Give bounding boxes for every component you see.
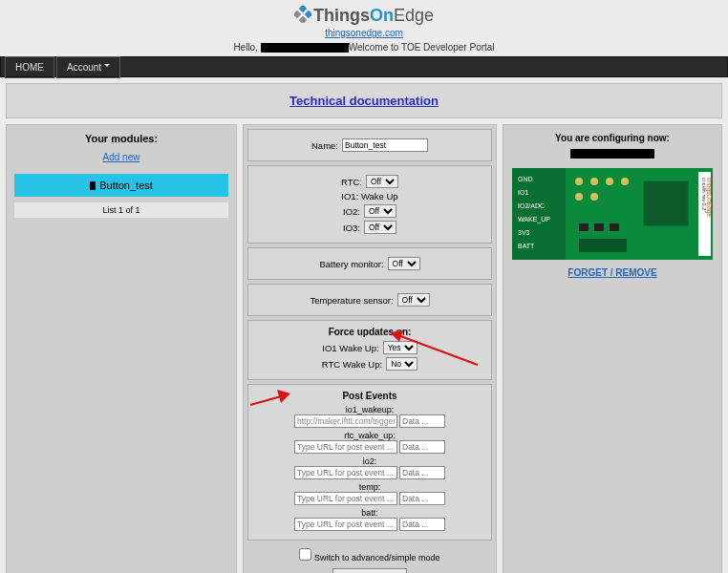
rtc-select[interactable]: Off bbox=[366, 175, 398, 188]
event-name: io2: bbox=[254, 456, 485, 466]
config-panel: Name: RTC:Off IO1: Wake Up IO2:Off IO3:O… bbox=[243, 124, 497, 573]
event-url-input[interactable] bbox=[294, 466, 397, 479]
rtc-wakeup-select[interactable]: No bbox=[386, 357, 418, 371]
svg-rect-17 bbox=[579, 239, 627, 252]
module-item-selected[interactable]: Button_test bbox=[14, 174, 228, 197]
svg-rect-16 bbox=[610, 223, 619, 231]
svg-rect-3 bbox=[299, 16, 307, 23]
save-button[interactable]: >>> SAVE >>> bbox=[332, 568, 407, 573]
batt-select[interactable]: Off bbox=[388, 257, 420, 270]
io3-label: IO3: bbox=[343, 223, 360, 233]
event-url-input[interactable] bbox=[294, 492, 397, 505]
temp-select[interactable]: Off bbox=[397, 293, 430, 307]
io1-wakeup-select[interactable]: Yes bbox=[383, 341, 418, 354]
io1-label: IO1: Wake Up bbox=[341, 191, 397, 202]
redacted-module bbox=[570, 149, 654, 159]
chevron-down-icon bbox=[104, 64, 110, 70]
event-url-input[interactable] bbox=[294, 518, 397, 531]
board-image: GNDIO1IO2/ADCWAKE_UP3V3BATT thingsOnEdge… bbox=[512, 168, 713, 260]
module-icon bbox=[90, 181, 96, 190]
nav-account[interactable]: Account bbox=[56, 56, 120, 78]
svg-rect-7 bbox=[644, 181, 688, 225]
modules-panel: Your modules: Add new Button_test List 1… bbox=[6, 124, 237, 573]
io2-select[interactable]: Off bbox=[364, 204, 396, 218]
site-link[interactable]: thingsonedge.com bbox=[325, 28, 403, 38]
event-name: batt: bbox=[254, 508, 485, 518]
navbar: HOME Account bbox=[0, 56, 728, 77]
rtc-label: RTC: bbox=[341, 177, 362, 187]
nav-home[interactable]: HOME bbox=[5, 56, 54, 78]
svg-rect-2 bbox=[305, 11, 311, 18]
event-name: temp: bbox=[254, 482, 485, 492]
io3-select[interactable]: Off bbox=[364, 221, 396, 234]
svg-rect-0 bbox=[299, 6, 307, 12]
switch-mode: Switch to advanced/simple mode bbox=[247, 544, 492, 566]
configuring-title: You are configuring now: bbox=[511, 133, 714, 143]
event-data-input[interactable] bbox=[399, 518, 445, 531]
svg-point-13 bbox=[590, 193, 598, 201]
event-url-input[interactable] bbox=[294, 440, 397, 454]
temp-label: Temperature sensor: bbox=[310, 295, 393, 306]
switch-mode-checkbox[interactable] bbox=[299, 548, 311, 561]
event-data-input[interactable] bbox=[399, 466, 445, 479]
io2-label: IO2: bbox=[343, 206, 360, 217]
event-name: io1_wakeup: bbox=[254, 405, 485, 414]
svg-text:cricket rev 0.2: cricket rev 0.2 bbox=[701, 178, 707, 210]
modules-title: Your modules: bbox=[14, 133, 228, 144]
svg-rect-14 bbox=[579, 223, 589, 231]
name-label: Name: bbox=[311, 140, 338, 151]
rtc-wakeup-label: RTC Wake Up: bbox=[322, 359, 382, 370]
io1-wakeup-label: IO1 Wake Up: bbox=[322, 343, 378, 353]
force-title: Force updates on: bbox=[254, 327, 485, 337]
events-title: Post Events bbox=[254, 391, 485, 401]
batt-label: Battery monitor: bbox=[319, 259, 383, 269]
add-new-link[interactable]: Add new bbox=[14, 152, 228, 162]
event-name: rtc_wake_up: bbox=[254, 431, 485, 440]
list-info: List 1 of 1 bbox=[14, 202, 228, 218]
logo: ThingsOnEdge bbox=[0, 6, 728, 28]
tech-doc-link[interactable]: Technical documentation bbox=[289, 94, 439, 108]
svg-point-11 bbox=[621, 178, 629, 185]
svg-rect-15 bbox=[594, 223, 604, 231]
event-data-input[interactable] bbox=[399, 414, 445, 428]
event-data-input[interactable] bbox=[399, 440, 445, 454]
forget-remove-link[interactable]: FORGET / REMOVE bbox=[567, 267, 656, 278]
welcome-text: Hello, Welcome to TOE Developer Portal bbox=[0, 42, 728, 53]
svg-point-10 bbox=[606, 178, 613, 185]
event-url-input[interactable] bbox=[294, 414, 397, 428]
name-input[interactable] bbox=[342, 138, 428, 152]
redacted-user bbox=[261, 43, 349, 53]
logo-icon bbox=[294, 6, 311, 28]
svg-point-9 bbox=[590, 178, 598, 185]
svg-point-12 bbox=[575, 193, 583, 201]
event-data-input[interactable] bbox=[399, 492, 445, 505]
svg-rect-1 bbox=[294, 11, 301, 18]
right-panel: You are configuring now: GNDIO1IO2/ADCWA… bbox=[503, 124, 722, 573]
tech-doc-banner: Technical documentation bbox=[6, 83, 722, 118]
svg-point-8 bbox=[575, 178, 583, 185]
